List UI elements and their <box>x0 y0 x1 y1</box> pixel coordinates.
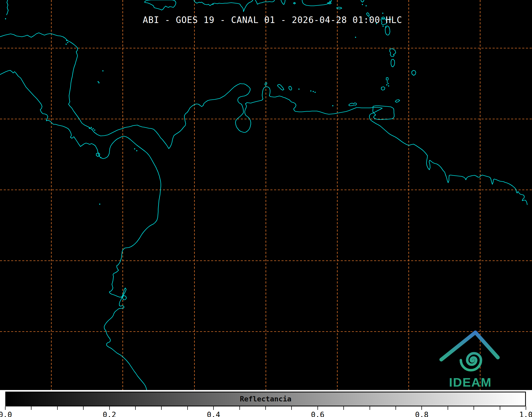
ideam-logo <box>436 327 500 375</box>
islet-dot <box>387 81 388 83</box>
coastline <box>391 59 395 67</box>
islet-dot <box>313 91 314 92</box>
coastline <box>361 0 364 2</box>
islet-dot <box>332 105 333 106</box>
islet-dot <box>66 40 67 41</box>
islet-dot <box>385 27 387 28</box>
coastline <box>194 0 253 12</box>
colorbar-tick <box>343 406 344 410</box>
colorbar-tick <box>213 406 214 410</box>
ideam-logo-text: IDEAM <box>449 375 492 389</box>
colorbar-tick-label: 1.0 <box>519 410 532 417</box>
islet-dot <box>136 150 137 151</box>
colorbar-tick <box>83 406 84 410</box>
islet-dot <box>100 157 101 158</box>
coastline <box>373 106 394 120</box>
islet-dot <box>94 130 95 131</box>
islet-dot <box>362 4 363 5</box>
logo-spiral-icon <box>461 353 481 370</box>
islet-dot <box>91 127 92 128</box>
colorbar-tick <box>135 406 136 410</box>
islet-dot <box>386 84 387 85</box>
colorbar-tick <box>239 406 240 410</box>
colorbar-tick <box>161 406 162 410</box>
coastline <box>386 77 388 80</box>
coastline <box>281 0 285 4</box>
islet-dot <box>388 85 389 86</box>
coastline <box>265 83 267 85</box>
coastline <box>293 2 295 4</box>
coastline <box>255 0 275 4</box>
image-title: ABI - GOES 19 - CANAL 01 - 2026-04-28 01… <box>143 15 402 25</box>
islet-dot <box>382 13 383 14</box>
colorbar-tick-label: 0.2 <box>103 410 116 417</box>
colorbar-tick <box>370 406 370 410</box>
colorbar-tick-label: 0.0 <box>0 410 12 417</box>
islet-dot <box>366 5 367 6</box>
islet-dot <box>388 83 389 84</box>
coastline <box>0 70 161 390</box>
colorbar-tick <box>448 406 448 410</box>
coastline <box>302 0 331 6</box>
islet-dot <box>383 26 384 27</box>
islet-dot <box>66 44 67 45</box>
islet-dot <box>134 148 135 149</box>
colorbar-tick <box>109 406 110 410</box>
islet-dot <box>5 18 6 19</box>
colorbar-tick <box>291 406 292 410</box>
satellite-map-area: ABI - GOES 19 - CANAL 01 - 2026-04-28 01… <box>0 0 532 390</box>
islet-dot <box>93 128 94 129</box>
coastline <box>7 0 8 15</box>
colorbar-tick <box>187 406 188 410</box>
colorbar-tick <box>421 406 422 410</box>
coastline <box>349 103 357 106</box>
islet-dot <box>310 90 311 91</box>
islet-dot <box>212 4 213 5</box>
colorbar-tick-label: 0.8 <box>415 410 429 417</box>
colorbar-tick-label: 0.6 <box>311 410 325 417</box>
coastline <box>412 70 416 75</box>
islet-dot <box>98 81 99 82</box>
coastline <box>390 49 396 57</box>
colorbar-tick <box>395 406 396 410</box>
colorbar-tick <box>474 406 474 410</box>
islet-dot <box>102 70 103 71</box>
colorbar-tick <box>317 406 318 410</box>
islet-dot <box>67 42 68 43</box>
islet-dot <box>89 128 90 129</box>
coastline <box>395 100 400 102</box>
islet-dot <box>355 37 356 38</box>
colorbar-strip: Reflectancia 0.00.20.40.60.81.0 <box>0 390 532 417</box>
colorbar-tick <box>526 406 526 410</box>
colorbar-tick <box>31 406 31 410</box>
colorbar-tick-label: 0.4 <box>207 410 220 417</box>
islet-dot <box>329 1 330 2</box>
app-window: ABI - GOES 19 - CANAL 01 - 2026-04-28 01… <box>0 0 532 417</box>
islet-dot <box>99 204 100 205</box>
islet-dot <box>315 92 316 93</box>
colorbar-tick <box>57 406 58 410</box>
islet-dot <box>298 89 299 90</box>
coastline <box>278 84 284 90</box>
coastline <box>381 87 385 90</box>
colorbar-label: Reflectancia <box>240 392 291 406</box>
islet-dot <box>98 82 99 83</box>
coastline <box>144 0 176 10</box>
coastline <box>289 86 292 90</box>
colorbar-tick <box>265 406 266 410</box>
colorbar-tick <box>500 406 500 410</box>
colorbar-tick <box>5 406 6 410</box>
